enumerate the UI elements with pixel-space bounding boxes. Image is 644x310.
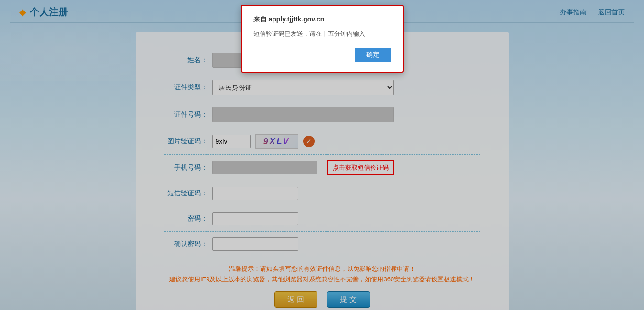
modal-ok-button[interactable]: 确定 — [355, 48, 391, 62]
modal-overlay: 来自 apply.tjjttk.gov.cn 短信验证码已发送，请在十五分钟内输… — [0, 0, 644, 310]
modal-message: 短信验证码已发送，请在十五分钟内输入 — [253, 30, 391, 38]
alert-modal: 来自 apply.tjjttk.gov.cn 短信验证码已发送，请在十五分钟内输… — [241, 5, 404, 73]
modal-footer: 确定 — [253, 48, 391, 62]
modal-title: 来自 apply.tjjttk.gov.cn — [253, 15, 391, 24]
